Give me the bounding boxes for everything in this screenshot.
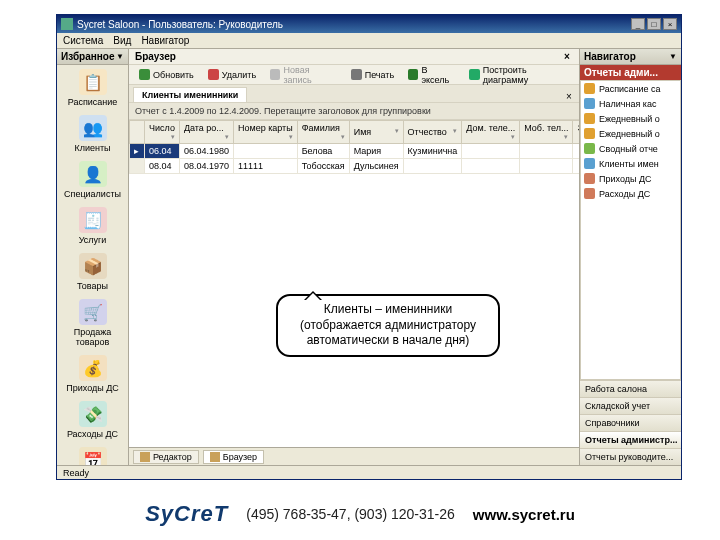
tree-label: Ежедневный о	[599, 114, 660, 124]
close-button[interactable]: ×	[663, 18, 677, 30]
menu-item[interactable]: Вид	[113, 35, 131, 46]
tree-item[interactable]: Расходы ДС	[581, 186, 680, 201]
delete-button[interactable]: Удалить	[202, 67, 262, 82]
footer-site[interactable]: www.sycret.ru	[473, 506, 575, 523]
tree-label: Расходы ДС	[599, 189, 650, 199]
sidebar-icon: 🧾	[79, 207, 107, 233]
view-switch: Редактор Браузер	[129, 447, 579, 465]
chart-icon	[469, 69, 479, 80]
toolbar: Обновить Удалить Новая запись Печать В э…	[129, 65, 579, 85]
browser-area: Браузер × Обновить Удалить Новая запись …	[129, 49, 579, 465]
navigator-panel: Навигатор ▼ Отчеты адми... Расписание са…	[579, 49, 681, 465]
sidebar-icon: 💸	[79, 401, 107, 427]
report-icon	[584, 173, 595, 184]
minimize-button[interactable]: _	[631, 18, 645, 30]
column-header[interactable]: Фамилия▾	[297, 121, 349, 144]
browser-title: Браузер	[135, 51, 176, 62]
report-icon	[584, 188, 595, 199]
maximize-button[interactable]: □	[647, 18, 661, 30]
sidebar-item-7[interactable]: 💸Расходы ДС	[57, 397, 128, 443]
favorites-header[interactable]: Избранное ▼	[57, 49, 128, 65]
document-tabs: Клиенты именинники ×	[129, 85, 579, 103]
tree-label: Расписание са	[599, 84, 661, 94]
chevron-down-icon: ▼	[116, 52, 124, 61]
sidebar-item-0[interactable]: 📋Расписание	[57, 65, 128, 111]
data-grid: Число▾Дата ро...▾Номер карты▾Фамилия▾Имя…	[129, 120, 606, 174]
grid-header-row: Число▾Дата ро...▾Номер карты▾Фамилия▾Имя…	[130, 121, 606, 144]
menu-item[interactable]: Навигатор	[141, 35, 189, 46]
browser-icon	[210, 452, 220, 462]
navigator-tree: Расписание саНаличная касЕжедневный оЕже…	[580, 80, 681, 380]
sidebar-icon: 👥	[79, 115, 107, 141]
app-icon	[61, 18, 73, 30]
column-header[interactable]: Дата ро...▾	[179, 121, 233, 144]
sidebar-icon: 💰	[79, 355, 107, 381]
nav-group[interactable]: Отчеты руководите...	[580, 448, 681, 465]
favorites-title: Избранное	[61, 51, 115, 62]
report-icon	[584, 143, 595, 154]
sidebar-label: Специалисты	[59, 189, 126, 199]
navigator-header[interactable]: Навигатор ▼	[580, 49, 681, 65]
editor-icon	[140, 452, 150, 462]
status-bar: Ready	[57, 465, 681, 479]
tree-item[interactable]: Клиенты имен	[581, 156, 680, 171]
tree-label: Наличная кас	[599, 99, 656, 109]
nav-group[interactable]: Справочники	[580, 414, 681, 431]
print-button[interactable]: Печать	[345, 67, 400, 82]
report-icon	[584, 98, 595, 109]
new-record-button[interactable]: Новая запись	[264, 63, 343, 87]
sidebar-item-2[interactable]: 👤Специалисты	[57, 157, 128, 203]
sidebar-label: Продажа товаров	[59, 327, 126, 347]
tree-item[interactable]: Наличная кас	[581, 96, 680, 111]
column-header[interactable]: Моб. тел...▾	[520, 121, 573, 144]
sidebar-label: Клиенты	[59, 143, 126, 153]
tree-item[interactable]: Приходы ДС	[581, 171, 680, 186]
table-row[interactable]: 08.0408.04.197011111ТобосскаяДульсинея	[130, 159, 606, 174]
close-icon[interactable]: ×	[561, 51, 573, 63]
column-header[interactable]: Отчество▾	[403, 121, 462, 144]
sidebar-item-8[interactable]: 📅Расписание	[57, 443, 128, 465]
tree-label: Сводный отче	[599, 144, 658, 154]
app-window: Sycret Saloon - Пользователь: Руководите…	[56, 14, 682, 480]
tree-label: Ежедневный о	[599, 129, 660, 139]
report-icon	[584, 158, 595, 169]
tab-birthday-clients[interactable]: Клиенты именинники	[133, 87, 247, 102]
navigator-section-title: Отчеты адми...	[580, 65, 681, 80]
sidebar-item-3[interactable]: 🧾Услуги	[57, 203, 128, 249]
editor-tab[interactable]: Редактор	[133, 450, 199, 464]
slide-footer: SyCreT (495) 768-35-47, (903) 120-31-26 …	[0, 490, 720, 538]
column-header[interactable]: Имя▾	[349, 121, 403, 144]
favorites-panel: Избранное ▼ 📋Расписание👥Клиенты👤Специали…	[57, 49, 129, 465]
menu-bar: Система Вид Навигатор	[57, 33, 681, 49]
tree-item[interactable]: Расписание са	[581, 81, 680, 96]
chevron-down-icon: ▼	[669, 52, 677, 61]
sidebar-item-6[interactable]: 💰Приходы ДС	[57, 351, 128, 397]
browser-tab[interactable]: Браузер	[203, 450, 264, 464]
tree-item[interactable]: Ежедневный о	[581, 111, 680, 126]
tree-item[interactable]: Ежедневный о	[581, 126, 680, 141]
excel-button[interactable]: В эксель	[402, 63, 461, 87]
chart-button[interactable]: Построить диаграмму	[463, 63, 575, 87]
sidebar-item-4[interactable]: 📦Товары	[57, 249, 128, 295]
sidebar-label: Услуги	[59, 235, 126, 245]
delete-icon	[208, 69, 219, 80]
sidebar-item-1[interactable]: 👥Клиенты	[57, 111, 128, 157]
window-title: Sycret Saloon - Пользователь: Руководите…	[77, 19, 283, 30]
tab-close-icon[interactable]: ×	[563, 90, 575, 102]
column-header[interactable]: Дом. теле...▾	[462, 121, 520, 144]
table-row[interactable]: ▸06.0406.04.1980БеловаМарияКузминична	[130, 144, 606, 159]
brand-logo: SyCreT	[145, 501, 228, 527]
nav-group[interactable]: Складской учет	[580, 397, 681, 414]
nav-group[interactable]: Работа салона	[580, 380, 681, 397]
sidebar-item-5[interactable]: 🛒Продажа товаров	[57, 295, 128, 351]
sidebar-icon: 📋	[79, 69, 107, 95]
nav-group[interactable]: Отчеты администр...	[580, 431, 681, 448]
menu-item[interactable]: Система	[63, 35, 103, 46]
column-header[interactable]: Число▾	[145, 121, 180, 144]
report-icon	[584, 83, 595, 94]
callout-line: автоматически в начале дня)	[288, 333, 488, 349]
tree-item[interactable]: Сводный отче	[581, 141, 680, 156]
report-icon	[584, 128, 595, 139]
refresh-button[interactable]: Обновить	[133, 67, 200, 82]
column-header[interactable]: Номер карты▾	[233, 121, 297, 144]
